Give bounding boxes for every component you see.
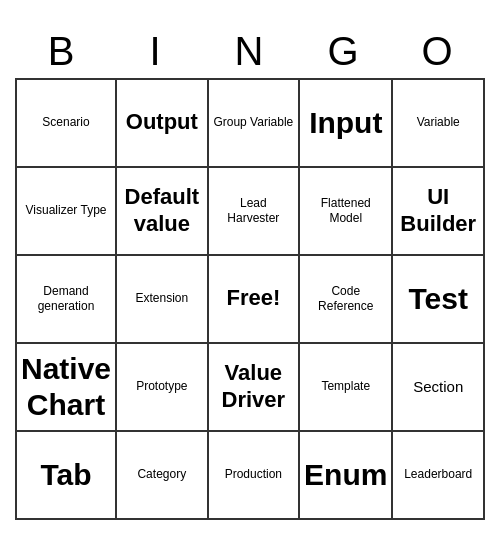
- bingo-cell-24: Leaderboard: [393, 432, 485, 520]
- bingo-card: B I N G O ScenarioOutputGroup VariableIn…: [15, 25, 485, 520]
- bingo-grid: ScenarioOutputGroup VariableInputVariabl…: [15, 78, 485, 520]
- bingo-cell-16: Prototype: [117, 344, 209, 432]
- bingo-header: B I N G O: [15, 25, 485, 78]
- bingo-cell-12: Free!: [209, 256, 301, 344]
- bingo-cell-17: Value Driver: [209, 344, 301, 432]
- bingo-cell-1: Output: [117, 80, 209, 168]
- bingo-cell-20: Tab: [17, 432, 117, 520]
- bingo-cell-23: Enum: [300, 432, 393, 520]
- bingo-cell-4: Variable: [393, 80, 485, 168]
- bingo-cell-8: Flattened Model: [300, 168, 393, 256]
- header-g: G: [297, 25, 391, 78]
- bingo-cell-5: Visualizer Type: [17, 168, 117, 256]
- bingo-cell-10: Demand generation: [17, 256, 117, 344]
- bingo-cell-0: Scenario: [17, 80, 117, 168]
- bingo-cell-14: Test: [393, 256, 485, 344]
- header-b: B: [15, 25, 109, 78]
- bingo-cell-11: Extension: [117, 256, 209, 344]
- bingo-cell-22: Production: [209, 432, 301, 520]
- bingo-cell-18: Template: [300, 344, 393, 432]
- bingo-cell-21: Category: [117, 432, 209, 520]
- bingo-cell-7: Lead Harvester: [209, 168, 301, 256]
- bingo-cell-6: Default value: [117, 168, 209, 256]
- bingo-cell-3: Input: [300, 80, 393, 168]
- header-n: N: [203, 25, 297, 78]
- bingo-cell-19: Section: [393, 344, 485, 432]
- bingo-cell-15: Native Chart: [17, 344, 117, 432]
- bingo-cell-13: Code Reference: [300, 256, 393, 344]
- bingo-cell-2: Group Variable: [209, 80, 301, 168]
- header-i: I: [109, 25, 203, 78]
- bingo-cell-9: UI Builder: [393, 168, 485, 256]
- header-o: O: [391, 25, 485, 78]
